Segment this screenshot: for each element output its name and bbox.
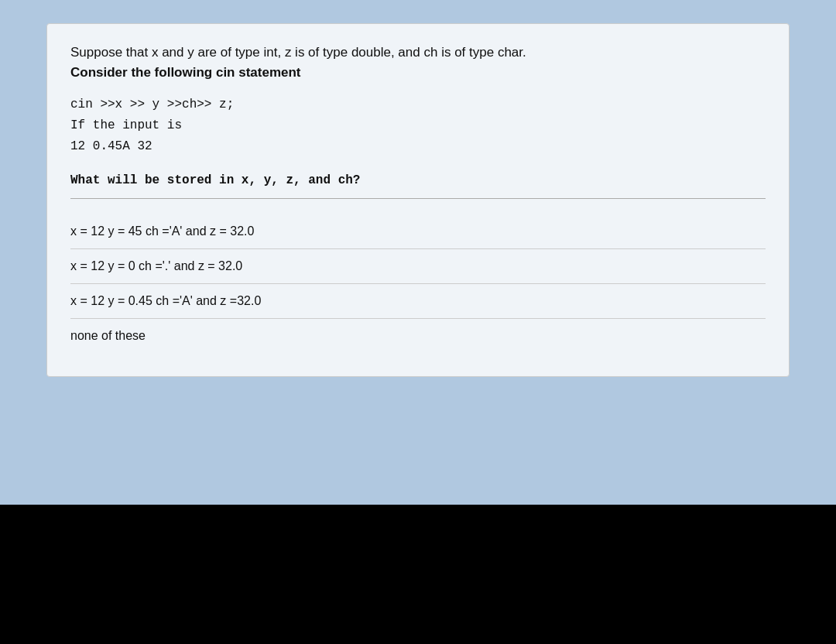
question-card: Suppose that x and y are of type int, z …: [46, 23, 790, 377]
preamble: Suppose that x and y are of type int, z …: [70, 43, 766, 82]
answer-options: x = 12 y = 45 ch ='A' and z = 32.0 x = 1…: [70, 210, 766, 353]
answer-option-a[interactable]: x = 12 y = 45 ch ='A' and z = 32.0: [70, 214, 766, 249]
code-line3: 12 0.45A 32: [70, 136, 766, 157]
code-line1: cin >>x >> y >>ch>> z;: [70, 94, 766, 115]
answer-option-b[interactable]: x = 12 y = 0 ch ='.' and z = 32.0: [70, 249, 766, 284]
bottom-black-bar: [0, 505, 836, 644]
code-line2: If the input is: [70, 115, 766, 136]
code-block: cin >>x >> y >>ch>> z; If the input is 1…: [70, 94, 766, 158]
preamble-line2: Consider the following cin statement: [70, 65, 301, 80]
divider: [70, 198, 766, 199]
answer-option-d[interactable]: none of these: [70, 319, 766, 353]
what-question: What will be stored in x, y, z, and ch?: [70, 173, 766, 187]
answer-option-c[interactable]: x = 12 y = 0.45 ch ='A' and z =32.0: [70, 284, 766, 319]
preamble-line1: Suppose that x and y are of type int, z …: [70, 45, 526, 60]
